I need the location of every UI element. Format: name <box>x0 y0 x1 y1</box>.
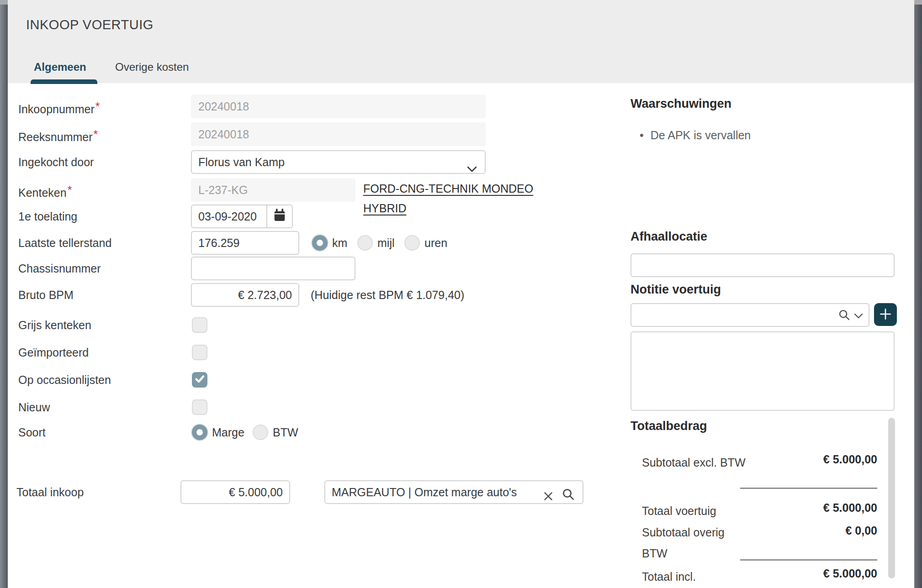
total-vehicle-value: € 5.000,00 <box>823 501 877 514</box>
ingekocht-door-label: Ingekocht door <box>18 150 94 174</box>
unit-label-uren: uren <box>424 235 447 251</box>
tab-overige-kosten[interactable]: Overige kosten <box>115 61 189 74</box>
subtotal-other-value: € 0,00 <box>845 524 877 537</box>
nieuw-label: Nieuw <box>18 399 50 415</box>
unit-label-km: km <box>332 235 347 251</box>
grijs-kenteken-checkbox[interactable] <box>192 317 207 333</box>
subtotal-other-label: Subtotaal overig BTW <box>642 522 749 564</box>
unit-radio-mijl[interactable] <box>357 235 373 251</box>
window-edge-cap <box>0 0 8 5</box>
kenteken-label: Kenteken* <box>18 178 72 205</box>
warning-text: De APK is vervallen <box>651 129 751 142</box>
grijs-kenteken-label: Grijs kenteken <box>18 317 91 333</box>
notitie-textarea[interactable] <box>631 331 895 411</box>
op-occasionlijsten-label: Op occasionlijsten <box>18 372 111 388</box>
plus-icon <box>878 307 893 323</box>
unit-radio-km[interactable] <box>312 235 328 251</box>
bruto-bpm-field[interactable] <box>191 283 299 307</box>
required-asterisk: * <box>68 184 72 196</box>
total-incl-value: € 5.000,00 <box>823 567 877 580</box>
required-asterisk: * <box>95 100 100 113</box>
unit-label-mijl: mijl <box>377 235 395 251</box>
inkoop-voertuig-window: INKOOP VOERTUIG Algemeen Overige kosten … <box>0 0 922 588</box>
reeksnummer-field <box>191 122 486 146</box>
window-edge-right <box>914 0 922 588</box>
total-vehicle-label: Totaal voertuig <box>642 500 749 521</box>
tellerstand-field[interactable] <box>191 231 299 255</box>
chassisnummer-label: Chassisnummer <box>18 257 101 280</box>
checkmark-icon <box>194 373 205 386</box>
soort-label: Soort <box>18 425 46 440</box>
bruto-bpm-label: Bruto BPM <box>18 283 74 307</box>
search-icon[interactable] <box>838 309 851 323</box>
bullet: • <box>640 129 644 142</box>
toelating-label: 1e toelating <box>18 205 77 228</box>
soort-label-marge: Marge <box>212 425 244 440</box>
required-asterisk: * <box>94 128 98 141</box>
tellerstand-label: Laatste tellerstand <box>18 231 111 255</box>
window-edge-cap <box>914 0 922 5</box>
add-note-button[interactable] <box>874 303 897 326</box>
calendar-button[interactable] <box>267 205 293 228</box>
soort-radio-btw[interactable] <box>253 425 268 440</box>
window-edge-left <box>0 0 8 588</box>
subtotal-excl-value: € 5.000,00 <box>823 453 877 466</box>
ingekocht-door-value: Florus van Kamp <box>198 156 285 168</box>
soort-radio-marge[interactable] <box>192 425 207 440</box>
afhaallocatie-heading: Afhaallocatie <box>631 230 707 244</box>
toelating-date-field[interactable]: 03-09-2020 <box>191 205 267 228</box>
chevron-down-icon[interactable] <box>853 313 864 321</box>
inkoopnummer-field <box>191 94 486 118</box>
search-icon[interactable] <box>562 486 575 508</box>
reeksnummer-label: Reeksnummer* <box>18 122 98 149</box>
calendar-icon <box>273 209 286 224</box>
totaal-inkoop-field[interactable] <box>180 480 290 504</box>
soort-label-btw: BTW <box>273 425 298 440</box>
page-title: INKOOP VOERTUIG <box>26 17 154 32</box>
notitie-heading: Notitie voertuig <box>631 283 721 297</box>
ledger-picker-field[interactable]: MARGEAUTO | Omzet marge auto's <box>324 480 583 504</box>
ingekocht-door-select[interactable]: Florus van Kamp <box>191 150 486 174</box>
totals-heading: Totaalbedrag <box>631 419 707 433</box>
active-tab-underline <box>31 79 97 84</box>
afhaallocatie-field[interactable] <box>631 253 895 277</box>
totaal-inkoop-label: Totaal inkoop <box>16 480 84 504</box>
chevron-down-icon <box>466 158 477 180</box>
ledger-value: MARGEAUTO | Omzet marge auto's <box>332 486 517 499</box>
warnings-heading: Waarschuwingen <box>631 97 731 111</box>
total-incl-label: Totaal incl. <box>642 566 749 587</box>
op-occasionlijsten-checkbox[interactable] <box>192 372 207 388</box>
subtotal-excl-label: Subtotaal excl. BTW <box>642 452 749 473</box>
totals-divider <box>740 559 877 561</box>
clear-icon[interactable] <box>542 487 554 509</box>
warning-item: • De APK is vervallen <box>640 129 751 142</box>
totals-scrollbar-thumb[interactable] <box>888 418 895 578</box>
rest-bpm-note: (Huidige rest BPM € 1.079,40) <box>311 283 464 307</box>
notitie-search-field[interactable] <box>631 303 869 327</box>
inkoopnummer-label: Inkoopnummer* <box>18 94 100 121</box>
geimporteerd-checkbox[interactable] <box>192 345 207 360</box>
chassisnummer-field[interactable] <box>191 257 355 280</box>
vehicle-description-link[interactable]: FORD-CNG-TECHNIK MONDEO HYBRID <box>363 179 564 218</box>
unit-radio-uren[interactable] <box>404 235 420 251</box>
toelating-date-group: 03-09-2020 <box>191 205 293 228</box>
geimporteerd-label: Geïmporteerd <box>18 345 89 360</box>
nieuw-checkbox[interactable] <box>192 399 207 415</box>
tab-algemeen[interactable]: Algemeen <box>34 61 86 74</box>
totals-divider <box>740 488 877 489</box>
kenteken-field <box>191 178 355 202</box>
header-band: INKOOP VOERTUIG Algemeen Overige kosten <box>8 0 914 83</box>
